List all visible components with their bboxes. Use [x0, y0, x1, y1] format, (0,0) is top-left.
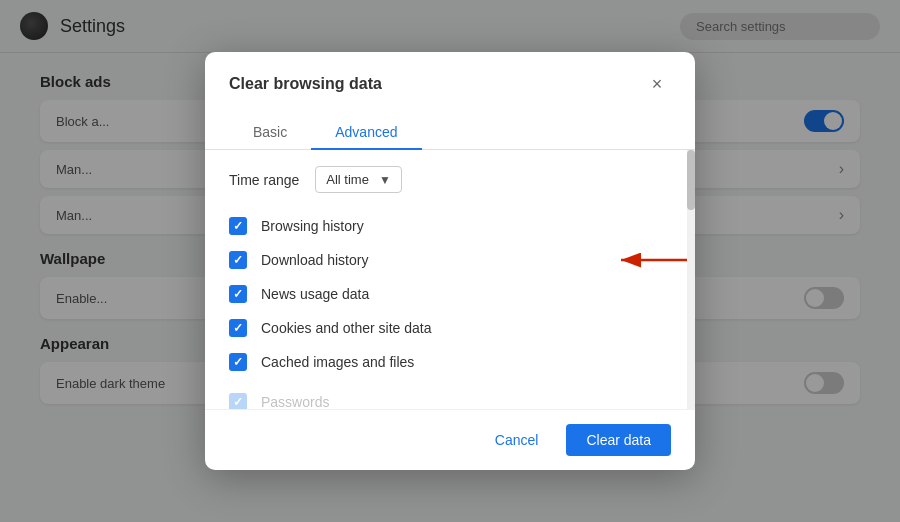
modal-overlay: Clear browsing data × Basic Advanced Tim… — [0, 0, 900, 522]
dialog-body: Time range All time ▼ Browsing history D… — [205, 150, 695, 409]
checkbox-label: Cached images and files — [261, 354, 414, 370]
dialog-title: Clear browsing data — [229, 75, 382, 93]
checkbox-icon — [229, 393, 247, 409]
time-range-value: All time — [326, 172, 369, 187]
dialog-header: Clear browsing data × — [205, 52, 695, 98]
checkbox-browsing-history[interactable]: Browsing history — [229, 209, 671, 243]
checkbox-icon — [229, 217, 247, 235]
checkbox-cookies[interactable]: Cookies and other site data — [229, 311, 671, 345]
time-range-select[interactable]: All time ▼ — [315, 166, 402, 193]
dropdown-arrow-icon: ▼ — [379, 173, 391, 187]
time-range-row: Time range All time ▼ — [229, 166, 671, 193]
checkbox-label: News usage data — [261, 286, 369, 302]
time-range-label: Time range — [229, 172, 299, 188]
tab-basic[interactable]: Basic — [229, 116, 311, 150]
checkbox-label: Passwords — [261, 394, 329, 409]
checkbox-label: Browsing history — [261, 218, 364, 234]
checkbox-news-usage[interactable]: News usage data — [229, 277, 671, 311]
clear-browsing-data-dialog: Clear browsing data × Basic Advanced Tim… — [205, 52, 695, 470]
tab-advanced[interactable]: Advanced — [311, 116, 421, 150]
scrollbar-track — [687, 150, 695, 409]
clear-data-button[interactable]: Clear data — [566, 424, 671, 456]
download-history-row-container: Download history Can see text — [229, 243, 671, 277]
cancel-button[interactable]: Cancel — [479, 424, 555, 456]
checkbox-icon — [229, 285, 247, 303]
close-button[interactable]: × — [643, 70, 671, 98]
checkbox-cached-images[interactable]: Cached images and files — [229, 345, 671, 379]
checkbox-download-history[interactable]: Download history — [229, 243, 671, 277]
dialog-tabs: Basic Advanced — [205, 106, 695, 150]
scrollbar-thumb[interactable] — [687, 150, 695, 210]
dialog-footer: Cancel Clear data — [205, 409, 695, 470]
checkbox-icon — [229, 353, 247, 371]
checkbox-label: Cookies and other site data — [261, 320, 431, 336]
checkbox-icon — [229, 251, 247, 269]
checkbox-passwords[interactable]: Passwords — [229, 385, 671, 409]
checkbox-label: Download history — [261, 252, 368, 268]
partial-passwords-row: Passwords — [229, 379, 671, 409]
checkbox-icon — [229, 319, 247, 337]
